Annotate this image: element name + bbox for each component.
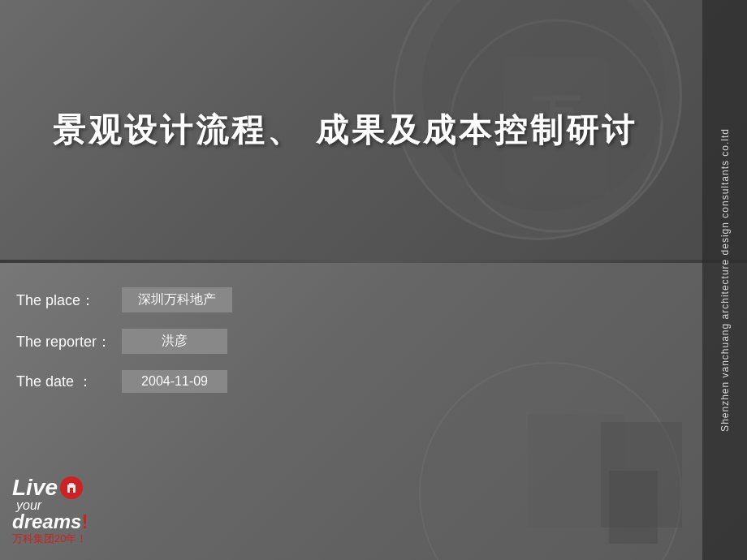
logo-tagline: 万科集团20年！ [12,533,88,544]
place-value: 深圳万科地产 [122,287,232,312]
reporter-label: The reporter： [16,332,122,351]
main-title-area: 景观设计流程、 成果及成本控制研讨 [0,109,747,151]
date-label: The date ： [16,372,122,391]
svg-rect-6 [69,483,74,486]
logo-dreams-text: dreams [12,510,81,532]
date-row: The date ： 2004-11-09 [16,370,731,393]
bottom-section: The place： 深圳万科地产 The reporter： 洪彦 The d… [0,263,747,560]
logo-exclaim: ! [81,510,88,532]
svg-rect-7 [70,488,73,493]
sidebar-text: Shenzhen vanchuang architecture design c… [719,128,731,432]
main-title: 景观设计流程、 成果及成本控制研讨 [24,109,666,151]
reporter-row: The reporter： 洪彦 [16,329,731,354]
slide-container: Shenzhen vanchuang architecture design c… [0,0,747,560]
place-label: The place： [16,291,122,310]
bottom-content: The place： 深圳万科地产 The reporter： 洪彦 The d… [0,263,747,560]
logo-circle-icon [60,476,83,499]
logo-area: Live your [12,476,88,544]
reporter-value: 洪彦 [122,329,227,354]
logo-live-dreams: Live your [12,476,88,544]
logo-live-word: Live [12,476,58,499]
place-row: The place： 深圳万科地产 [16,287,731,312]
top-section: 万 景观设计流程、 成果及成本控制研讨 [0,0,747,260]
right-sidebar: Shenzhen vanchuang architecture design c… [702,0,747,560]
date-value: 2004-11-09 [122,370,227,393]
